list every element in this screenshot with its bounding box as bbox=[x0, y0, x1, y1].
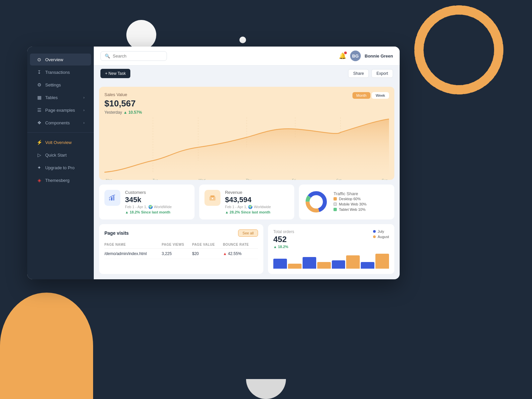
legend-mobile: Mobile Web 30% bbox=[333, 202, 366, 206]
bottom-row: Page visits See all PAGE NAME PAGE VIEWS… bbox=[99, 224, 394, 274]
sidebar-item-quick-start-label: Quick Start bbox=[45, 153, 66, 158]
chart-label-sat: Sat bbox=[336, 179, 341, 180]
mobile-dot bbox=[333, 202, 337, 206]
customers-info: Customers 345k Feb 1 - Apr 1, 🌍 WorldWid… bbox=[125, 190, 189, 214]
search-input[interactable] bbox=[113, 54, 163, 59]
total-orders-inner: Total orders 452 ▲ 18.2% July August bbox=[273, 229, 389, 269]
page-visits-header: Page visits See all bbox=[104, 229, 258, 237]
content-area: Sales Value $10,567 Yesterday ▲ 10.57% M… bbox=[94, 81, 400, 279]
traffic-legend: Desktop 60% Mobile Web 30% Tablet Web 10… bbox=[333, 197, 366, 211]
traffic-card: Traffic Share Desktop 60% Mobile Web 30% bbox=[299, 185, 394, 219]
col-page-name: PAGE NAME bbox=[104, 241, 162, 249]
bg-circle-top-decoration bbox=[126, 20, 156, 50]
sidebar-item-components-label: Components bbox=[45, 120, 70, 125]
bar-8 bbox=[375, 254, 389, 269]
traffic-title: Traffic Share bbox=[333, 191, 366, 196]
revenue-info: Revenue $43,594 Feb 1 - Apr 1, 🌍 Worldwi… bbox=[225, 190, 289, 214]
tables-icon: ▦ bbox=[37, 95, 42, 100]
sidebar-item-transactions-label: Transactions bbox=[45, 70, 70, 75]
notification-button[interactable]: 🔔 bbox=[339, 52, 346, 60]
traffic-info: Traffic Share Desktop 60% Mobile Web 30% bbox=[333, 191, 366, 213]
svg-rect-7 bbox=[111, 197, 112, 200]
total-orders-card: Total orders 452 ▲ 18.2% July August bbox=[268, 224, 394, 274]
sidebar-item-upgrade-pro[interactable]: ✦ Upgrade to Pro bbox=[30, 162, 91, 174]
period-week-button[interactable]: Week bbox=[372, 92, 389, 99]
bg-circle-bottom-decoration bbox=[246, 379, 286, 399]
chart-label-mon: Mon bbox=[106, 179, 112, 180]
see-all-button[interactable]: See all bbox=[238, 229, 258, 237]
sidebar-item-volt-overview[interactable]: ⚡ Volt Overview bbox=[30, 136, 91, 148]
period-month-button[interactable]: Month bbox=[352, 92, 371, 99]
revenue-card: Revenue $43,594 Feb 1 - Apr 1, 🌍 Worldwi… bbox=[199, 185, 295, 219]
header-right: 🔔 BG Bonnie Green bbox=[339, 51, 393, 61]
main-window: ⊙ Overview ↧ Transactions ⚙ Settings ▦ T… bbox=[27, 47, 400, 279]
traffic-donut-chart bbox=[304, 190, 328, 214]
table-row: /demo/admin/index.html 3,225 $20 ▲ 42.55… bbox=[104, 249, 258, 259]
components-icon: ❖ bbox=[37, 120, 42, 125]
revenue-value: $43,594 bbox=[225, 196, 289, 204]
orders-legend-july: July bbox=[373, 229, 389, 233]
customers-icon-box bbox=[104, 190, 120, 206]
chart-x-labels: Mon Tue Wed Thu Fri Sat Sun bbox=[104, 179, 389, 180]
legend-tablet: Tablet Web 10% bbox=[333, 207, 366, 211]
sidebar-item-tables[interactable]: ▦ Tables › bbox=[30, 91, 91, 103]
bounce-up-icon: ▲ bbox=[223, 251, 227, 256]
sidebar-item-transactions[interactable]: ↧ Transactions bbox=[30, 66, 91, 78]
export-button[interactable]: Export bbox=[371, 69, 393, 78]
bar-5 bbox=[332, 260, 345, 269]
orders-legend: July August bbox=[373, 229, 389, 239]
page-examples-icon: ☰ bbox=[37, 107, 42, 113]
sales-card-value: $10,567 bbox=[104, 98, 389, 109]
bg-blob-decoration bbox=[0, 293, 93, 399]
chart-label-fri: Fri bbox=[292, 179, 296, 180]
col-page-value: PAGE VALUE bbox=[192, 241, 223, 249]
table-head: PAGE NAME PAGE VIEWS PAGE VALUE BOUNCE R… bbox=[104, 241, 258, 249]
sidebar-item-overview[interactable]: ⊙ Overview bbox=[30, 54, 91, 66]
main-content: 🔍 🔔 BG Bonnie Green + New Task Share Exp… bbox=[94, 47, 400, 279]
svg-rect-10 bbox=[210, 196, 214, 197]
new-task-button[interactable]: + New Task bbox=[100, 69, 130, 78]
header: 🔍 🔔 BG Bonnie Green bbox=[94, 47, 400, 66]
row-page-views: 3,225 bbox=[162, 249, 192, 259]
notification-dot bbox=[344, 52, 347, 54]
customers-period: Feb 1 - Apr 1, 🌍 WorldWide bbox=[125, 205, 189, 209]
sidebar-item-page-examples[interactable]: ☰ Page examples › bbox=[30, 104, 91, 116]
sales-card-title: Sales Value bbox=[104, 92, 389, 97]
sidebar-item-themesberg[interactable]: ◈ Themesberg bbox=[30, 174, 91, 186]
sidebar-item-settings-label: Settings bbox=[45, 82, 61, 87]
sales-change-value: ▲ 10.57% bbox=[123, 110, 142, 115]
quick-start-icon: ▷ bbox=[37, 152, 42, 158]
desktop-dot bbox=[333, 197, 337, 200]
svg-rect-8 bbox=[113, 196, 114, 200]
orders-legend-august: August bbox=[373, 235, 389, 239]
sidebar-item-settings[interactable]: ⚙ Settings bbox=[30, 79, 91, 91]
july-dot bbox=[373, 230, 376, 233]
components-arrow-icon: › bbox=[83, 121, 84, 125]
share-button[interactable]: Share bbox=[348, 69, 369, 78]
svg-rect-6 bbox=[109, 199, 110, 200]
chart-label-wed: Wed bbox=[199, 179, 205, 180]
overview-icon: ⊙ bbox=[37, 57, 42, 62]
revenue-period: Feb 1 - Apr 1, 🌍 Worldwide bbox=[225, 205, 289, 209]
page-examples-arrow-icon: › bbox=[83, 108, 84, 112]
volt-icon: ⚡ bbox=[37, 140, 42, 145]
orders-value: 452 bbox=[273, 235, 389, 244]
customers-card: Customers 345k Feb 1 - Apr 1, 🌍 WorldWid… bbox=[99, 185, 195, 219]
sidebar-item-components[interactable]: ❖ Components › bbox=[30, 117, 91, 129]
sidebar-item-page-examples-label: Page examples bbox=[45, 108, 75, 113]
toolbar: + New Task Share Export bbox=[94, 66, 400, 81]
sidebar-divider bbox=[27, 132, 94, 133]
row-bounce-rate: ▲ 42.55% bbox=[223, 249, 258, 259]
orders-bar-chart bbox=[273, 252, 389, 269]
search-box[interactable]: 🔍 bbox=[100, 51, 167, 61]
transactions-icon: ↧ bbox=[37, 69, 42, 75]
avatar: BG bbox=[350, 51, 361, 61]
sidebar-item-volt-label: Volt Overview bbox=[45, 140, 71, 145]
sidebar-item-upgrade-label: Upgrade to Pro bbox=[45, 165, 74, 170]
chart-label-tue: Tue bbox=[153, 179, 158, 180]
sales-chart-svg bbox=[104, 117, 389, 177]
sidebar-item-quick-start[interactable]: ▷ Quick Start bbox=[30, 149, 91, 161]
bar-7 bbox=[361, 262, 374, 269]
donut-container: Traffic Share Desktop 60% Mobile Web 30% bbox=[304, 190, 366, 214]
sidebar-item-tables-label: Tables bbox=[45, 95, 58, 100]
